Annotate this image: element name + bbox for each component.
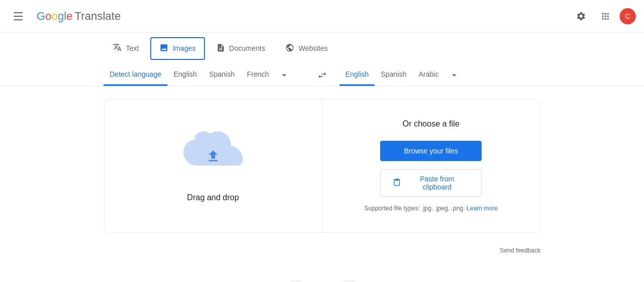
target-lang-bar: English Spanish Arabic xyxy=(340,64,541,86)
feedback-area: Send feedback xyxy=(0,245,644,256)
file-panel: Or choose a file Browse your files Paste… xyxy=(322,99,540,232)
text-tab-icon xyxy=(113,43,122,54)
svg-rect-0 xyxy=(14,12,23,13)
header-left: Google Translate xyxy=(8,6,121,26)
source-lang-english[interactable]: English xyxy=(167,64,203,86)
google-wordmark: Google xyxy=(37,10,73,23)
drop-zone[interactable]: Drag and drop xyxy=(105,99,323,232)
drag-drop-text: Drag and drop xyxy=(187,193,239,202)
tab-websites-label: Websites xyxy=(298,44,327,52)
main-content: Drag and drop Or choose a file Browse yo… xyxy=(0,86,644,245)
tab-websites[interactable]: Websites xyxy=(276,37,336,60)
cloud-upload-icon xyxy=(178,129,249,185)
clipboard-icon xyxy=(393,178,401,188)
send-feedback-link[interactable]: Send feedback xyxy=(500,247,540,254)
target-lang-spanish[interactable]: Spanish xyxy=(375,64,413,86)
target-lang-more[interactable] xyxy=(445,66,463,84)
translate-wordmark: Translate xyxy=(75,10,121,23)
tab-documents-label: Documents xyxy=(229,44,265,52)
header: Google Translate C xyxy=(0,0,644,33)
swap-languages-button[interactable] xyxy=(305,66,340,84)
tab-images-label: Images xyxy=(173,44,196,52)
source-lang-spanish[interactable]: Spanish xyxy=(203,64,241,86)
documents-tab-icon xyxy=(216,43,225,54)
browse-files-button[interactable]: Browse your files xyxy=(380,141,482,161)
paste-button-label: Paste from clipboard xyxy=(405,175,469,191)
file-types-info: Supported file types: .jpg, .jpeg, .png.… xyxy=(364,205,498,212)
svg-rect-1 xyxy=(14,16,23,17)
tab-images[interactable]: Images xyxy=(150,37,205,60)
or-choose-label: Or choose a file xyxy=(402,119,459,129)
websites-tab-icon xyxy=(285,43,294,54)
source-lang-bar: Detect language English Spanish French xyxy=(104,64,305,86)
paste-clipboard-button[interactable]: Paste from clipboard xyxy=(380,169,482,197)
apps-icon[interactable] xyxy=(595,6,616,26)
bottom-section: History Saved xyxy=(0,256,644,282)
tab-documents[interactable]: Documents xyxy=(207,37,275,60)
tab-text-label: Text xyxy=(126,44,139,52)
language-bar: Detect language English Spanish French E… xyxy=(0,64,644,86)
learn-more-link[interactable]: Learn more xyxy=(466,205,497,212)
tab-bar: Text Images Documents Websites xyxy=(0,33,644,64)
target-lang-english[interactable]: English xyxy=(340,64,375,86)
menu-icon[interactable] xyxy=(8,6,28,26)
target-lang-arabic[interactable]: Arabic xyxy=(413,64,445,86)
images-tab-icon xyxy=(159,43,168,54)
google-logo: Google Translate xyxy=(37,10,121,23)
upload-arrow-icon xyxy=(206,148,221,167)
settings-icon[interactable] xyxy=(571,6,591,26)
source-lang-more[interactable] xyxy=(275,66,293,84)
source-lang-detect[interactable]: Detect language xyxy=(104,64,167,86)
svg-rect-2 xyxy=(14,19,23,20)
tab-text[interactable]: Text xyxy=(104,37,148,60)
upload-panel: Drag and drop Or choose a file Browse yo… xyxy=(104,99,540,233)
header-right: C xyxy=(571,6,636,26)
avatar[interactable]: C xyxy=(620,8,636,24)
source-lang-french[interactable]: French xyxy=(241,64,275,86)
